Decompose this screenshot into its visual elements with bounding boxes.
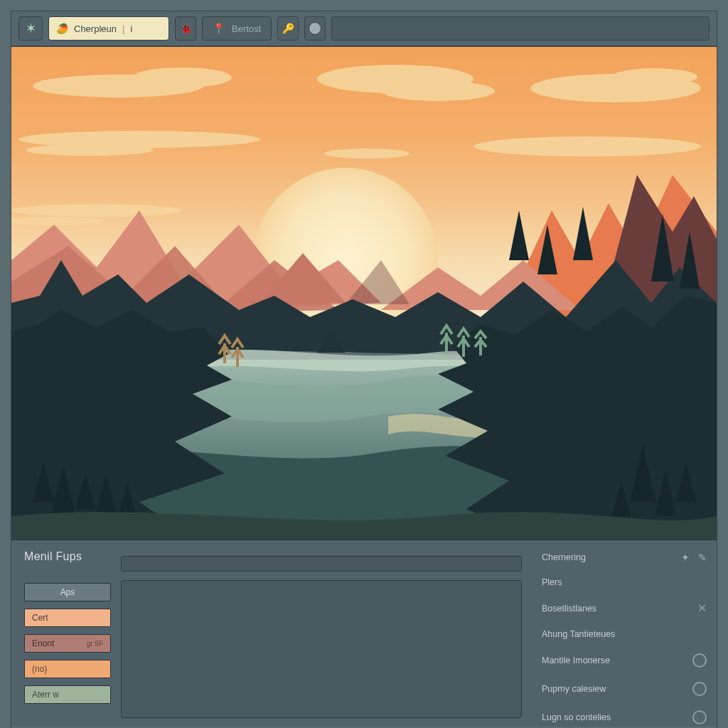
prop-label: Bosetlistlanes bbox=[542, 604, 596, 614]
star-icon: ✶ bbox=[26, 21, 36, 36]
svg-point-6 bbox=[612, 68, 697, 85]
seed-icon: 🥭 bbox=[56, 23, 68, 34]
close-icon[interactable]: ✕ bbox=[697, 601, 707, 615]
app-menu-button[interactable]: ✶ bbox=[18, 16, 43, 41]
toolbar: ✶ 🥭 Cherpleun | i 🐞 📍 Bertost 🔑 bbox=[11, 11, 717, 47]
chip-label: Cert bbox=[32, 613, 48, 623]
radio-toggle[interactable] bbox=[692, 653, 707, 668]
panel-right: Chernering ✦ ✎ Plers Bosetlistlanes ✕ Ah… bbox=[530, 540, 717, 727]
chip-aterr[interactable]: Aterr w bbox=[24, 685, 111, 704]
prop-label: Ahung Tantieteues bbox=[542, 629, 615, 639]
radio-toggle[interactable] bbox=[692, 682, 707, 696]
prop-label: Lugn so contelies bbox=[542, 712, 611, 722]
svg-point-4 bbox=[381, 81, 495, 101]
panel-right-heading: Chernering bbox=[542, 552, 586, 562]
chip-no[interactable]: (no) bbox=[24, 660, 111, 678]
toolbar-spacer bbox=[331, 16, 710, 41]
svg-point-8 bbox=[26, 144, 154, 156]
scene-selector-label: Cherpleun bbox=[74, 23, 117, 34]
fx-icon[interactable]: ✦ bbox=[681, 552, 690, 563]
svg-point-2 bbox=[132, 68, 232, 87]
chip-enont[interactable]: Enont gr 9F bbox=[24, 634, 111, 653]
scene-selector-badge: i bbox=[130, 23, 132, 34]
prop-label: Pupmy calesiew bbox=[542, 684, 606, 694]
scene-illustration bbox=[11, 47, 717, 540]
scene-extra-button[interactable]: 🐞 bbox=[175, 16, 196, 41]
chip-label: Enont bbox=[32, 638, 54, 648]
content-area[interactable] bbox=[121, 580, 522, 718]
layer-selector-label: Bertost bbox=[232, 23, 261, 34]
panel-left: Menil Fups Aps Cert Enont gr 9F (no) Ate… bbox=[11, 540, 118, 727]
chip-label: Aterr w bbox=[32, 690, 59, 700]
tool-key-button[interactable]: 🔑 bbox=[277, 16, 299, 41]
layer-selector[interactable]: 📍 Bertost bbox=[202, 16, 272, 41]
prop-label: Plers bbox=[542, 577, 562, 587]
pin-icon: 📍 bbox=[213, 23, 225, 34]
tool-dot-button[interactable] bbox=[304, 16, 326, 41]
app-frame: ✶ 🥭 Cherpleun | i 🐞 📍 Bertost 🔑 bbox=[11, 11, 717, 728]
chip-aps[interactable]: Aps bbox=[24, 583, 111, 601]
svg-point-9 bbox=[324, 149, 410, 159]
key-icon: 🔑 bbox=[282, 23, 294, 34]
chip-label: (no) bbox=[32, 664, 47, 674]
dot-icon bbox=[309, 22, 321, 35]
chip-tag: gr 9F bbox=[87, 640, 103, 648]
svg-point-11 bbox=[11, 204, 182, 217]
filter-input[interactable] bbox=[121, 556, 522, 572]
chip-label: Aps bbox=[60, 587, 75, 597]
scene-selector[interactable]: 🥭 Cherpleun | i bbox=[48, 16, 169, 41]
bug-icon: 🐞 bbox=[180, 23, 192, 34]
bottom-panel: Menil Fups Aps Cert Enont gr 9F (no) Ate… bbox=[11, 540, 717, 727]
prop-label: Mantile Imonerse bbox=[542, 655, 610, 665]
chip-cert[interactable]: Cert bbox=[24, 609, 111, 627]
panel-center bbox=[118, 540, 530, 727]
panel-title: Menil Fups bbox=[24, 550, 111, 563]
viewport[interactable] bbox=[11, 47, 717, 540]
tool-icon[interactable]: ✎ bbox=[698, 552, 707, 563]
svg-point-10 bbox=[473, 136, 701, 156]
divider: | bbox=[122, 23, 124, 34]
radio-toggle[interactable] bbox=[692, 710, 707, 724]
